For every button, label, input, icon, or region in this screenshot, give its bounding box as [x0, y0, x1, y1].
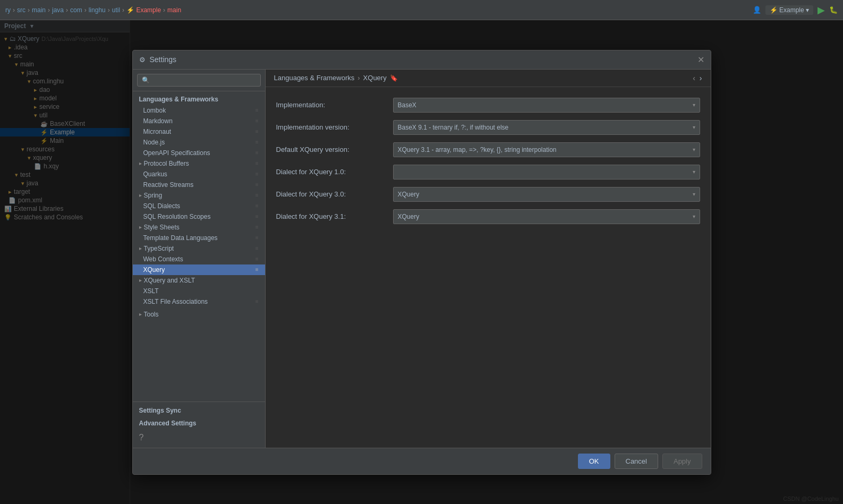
dialect3-select[interactable]: XQuery ▾ [393, 187, 700, 202]
nav-item-sqlresolution[interactable]: SQL Resolution Scopes ≡ [133, 211, 265, 222]
form-row-implementation: Implementation: BaseX ▾ [276, 98, 700, 113]
advanced-settings-item[interactable]: Advanced Settings [133, 417, 265, 430]
typescript-arrow: ▸ [139, 245, 142, 251]
stylesheets-label: Style Sheets [144, 224, 180, 231]
lombok-settings-icon: ≡ [256, 107, 259, 113]
bc-example[interactable]: ⚡ Example [126, 6, 161, 14]
apply-button[interactable]: Apply [662, 454, 702, 469]
xquery-nav-label: XQuery [143, 266, 165, 274]
settings-dialog: ⚙ Settings ✕ Languages & Frameworks Lomb… [132, 50, 711, 475]
impl-version-select[interactable]: BaseX 9.1 - ternary if, ?:, if without e… [393, 120, 700, 135]
default-version-select[interactable]: XQuery 3.1 - array, map, =>, ?key, {}, s… [393, 142, 700, 157]
xquery-settings-icon: ≡ [256, 267, 259, 272]
nav-item-spring[interactable]: ▸ Spring ≡ [133, 190, 265, 201]
template-settings-icon: ≡ [256, 235, 259, 241]
bc-com[interactable]: com [70, 6, 82, 14]
bc-active[interactable]: main [167, 6, 181, 14]
dialog-body: Languages & Frameworks Lombok ≡ Markdown… [133, 70, 711, 448]
implementation-label: Implementation: [276, 101, 393, 109]
bc-parent[interactable]: Languages & Frameworks [274, 74, 355, 82]
nav-item-tools[interactable]: ▸ Tools [133, 309, 265, 320]
dialect1-label: Dialect for XQuery 1.0: [276, 168, 393, 176]
nav-item-reactive[interactable]: Reactive Streams ≡ [133, 180, 265, 190]
sqldialects-settings-icon: ≡ [256, 203, 259, 209]
form-row-dialect3: Dialect for XQuery 3.0: XQuery ▾ [276, 187, 700, 202]
typescript-label: TypeScript [144, 245, 174, 252]
nav-forward-button[interactable]: › [700, 74, 702, 82]
reactive-label: Reactive Streams [143, 181, 194, 189]
nav-item-xslt[interactable]: XSLT [133, 286, 265, 296]
settings-nav: Languages & Frameworks Lombok ≡ Markdown… [133, 70, 266, 448]
bc-util[interactable]: util [112, 6, 120, 14]
user-icon[interactable]: 👤 [753, 6, 761, 14]
xqueryxslt-label: XQuery and XSLT [144, 277, 195, 284]
settings-icon: ⚙ [139, 56, 146, 64]
nav-back-button[interactable]: ‹ [693, 74, 695, 82]
nav-item-template[interactable]: Template Data Languages ≡ [133, 233, 265, 243]
sqldialects-label: SQL Dialects [143, 202, 181, 210]
bc-java[interactable]: java [52, 6, 64, 14]
nav-item-lombok[interactable]: Lombok ≡ [133, 105, 265, 116]
dialect1-select[interactable]: ▾ [393, 165, 700, 180]
dialog-footer: OK Cancel Apply [133, 448, 711, 474]
nav-item-typescript[interactable]: ▸ TypeScript ≡ [133, 243, 265, 254]
xsltfile-settings-icon: ≡ [256, 298, 259, 304]
close-button[interactable]: ✕ [697, 55, 704, 65]
settings-sync-item[interactable]: Settings Sync [133, 404, 265, 417]
settings-content: Languages & Frameworks › XQuery 🔖 ‹ › [266, 70, 711, 448]
help-button[interactable]: ? [133, 430, 265, 446]
example-dropdown[interactable]: ⚡ Example ▾ [765, 5, 813, 15]
nav-item-xquery-xslt[interactable]: ▸ XQuery and XSLT [133, 275, 265, 286]
bookmark-icon[interactable]: 🔖 [390, 74, 398, 82]
cancel-button[interactable]: Cancel [615, 454, 658, 469]
openapi-settings-icon: ≡ [256, 150, 259, 156]
bc-main[interactable]: main [32, 6, 46, 14]
ide-background: Project ▾ ▾ 🗂 XQuery D:\Java\JavaProject… [0, 20, 843, 504]
debug-icon[interactable]: 🐛 [829, 6, 838, 14]
xslt-label: XSLT [143, 287, 159, 295]
bc-src[interactable]: src [17, 6, 25, 14]
stylesheets-settings-icon: ≡ [256, 224, 259, 230]
default-version-label: Default XQuery version: [276, 146, 393, 153]
run-button[interactable]: ▶ [818, 4, 825, 16]
nav-item-markdown[interactable]: Markdown ≡ [133, 116, 265, 126]
nav-item-sqldialects[interactable]: SQL Dialects ≡ [133, 201, 265, 211]
nav-bottom: Settings Sync Advanced Settings ? [133, 402, 265, 448]
dialect31-arrow: ▾ [693, 213, 695, 219]
nodejs-settings-icon: ≡ [256, 139, 259, 145]
settings-search-input[interactable] [137, 74, 261, 87]
nav-item-protocol[interactable]: ▸ Protocol Buffers ≡ [133, 158, 265, 169]
impl-version-arrow: ▾ [693, 124, 695, 130]
ok-button[interactable]: OK [578, 454, 610, 469]
nav-item-nodejs[interactable]: Node.js ≡ [133, 137, 265, 148]
nav-item-openapi[interactable]: OpenAPI Specifications ≡ [133, 148, 265, 158]
micronaut-settings-icon: ≡ [256, 129, 259, 134]
dialect31-select[interactable]: XQuery ▾ [393, 209, 700, 224]
bc-linghu[interactable]: linghu [89, 6, 106, 14]
settings-nav-arrows: ‹ › [693, 74, 702, 82]
implementation-arrow: ▾ [693, 102, 695, 108]
implementation-select[interactable]: BaseX ▾ [393, 98, 700, 113]
quarkus-settings-icon: ≡ [256, 171, 259, 177]
micronaut-label: Micronaut [143, 128, 172, 135]
nav-item-xquery[interactable]: XQuery ≡ [133, 264, 265, 275]
nodejs-label: Node.js [143, 139, 165, 146]
nav-item-webcontexts[interactable]: Web Contexts ≡ [133, 254, 265, 264]
top-bar: ry › src › main › java › com › linghu › … [0, 0, 843, 20]
xsltfile-label: XSLT File Associations [143, 298, 208, 305]
bc-separator: › [357, 74, 360, 82]
dialog-title: Settings [150, 55, 177, 64]
nav-item-stylesheets[interactable]: ▸ Style Sheets ≡ [133, 222, 265, 233]
nav-item-quarkus[interactable]: Quarkus ≡ [133, 169, 265, 180]
settings-search-container [133, 70, 265, 91]
nav-item-micronaut[interactable]: Micronaut ≡ [133, 126, 265, 137]
default-version-arrow: ▾ [693, 147, 695, 152]
dialect31-control: XQuery ▾ [393, 209, 700, 224]
dialect31-value: XQuery [398, 213, 420, 220]
form-row-dialect1: Dialect for XQuery 1.0: ▾ [276, 165, 700, 180]
nav-item-xsltfile[interactable]: XSLT File Associations ≡ [133, 296, 265, 307]
impl-version-value: BaseX 9.1 - ternary if, ?:, if without e… [398, 124, 509, 131]
dialect1-arrow: ▾ [693, 169, 695, 175]
bc-ry[interactable]: ry [5, 6, 11, 14]
webcontexts-label: Web Contexts [143, 255, 183, 263]
